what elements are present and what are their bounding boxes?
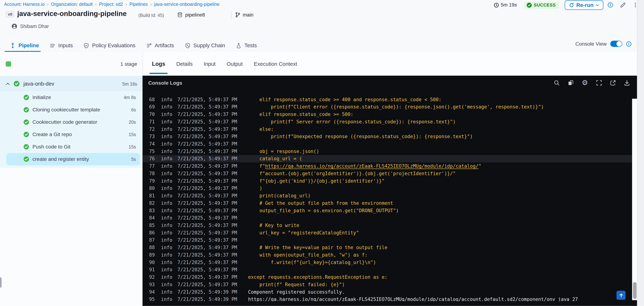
log-line: 68info7/21/2025, 5:49:37 PM elif respons… xyxy=(142,97,632,103)
chevron-up-icon[interactable] xyxy=(5,81,10,86)
log-line: 69info7/21/2025, 5:49:37 PM print(f"Clie… xyxy=(142,103,632,111)
log-scroll-area[interactable]: 68info7/21/2025, 5:49:37 PM elif respons… xyxy=(142,97,632,301)
log-level: info xyxy=(161,214,172,222)
fullscreen-icon[interactable] xyxy=(596,80,602,86)
tab-label: Inputs xyxy=(58,42,73,49)
log-line-number: 92 xyxy=(149,273,157,281)
step-row[interactable]: Push code to Git15s xyxy=(0,141,142,153)
breadcrumb-link[interactable]: Pipelines xyxy=(130,2,148,7)
panel-drag-handle[interactable] xyxy=(0,277,2,288)
log-message: url_key = "registeredCatalogEntity" xyxy=(248,229,359,236)
tab-output[interactable]: Output xyxy=(227,52,243,76)
log-line-number: 70 xyxy=(149,111,157,118)
step-list: Initialize4m 8s Cloning cookiecutter tem… xyxy=(0,91,142,168)
shield-check-icon xyxy=(84,43,89,48)
step-row[interactable]: create and register entity5s xyxy=(0,153,142,165)
log-message: https://qa.harness.io/ng/account/zEaak-F… xyxy=(248,296,578,301)
rerun-button[interactable]: Re-run xyxy=(565,0,603,10)
log-line-number: 88 xyxy=(149,244,157,251)
log-scrollbar-track[interactable] xyxy=(632,99,637,300)
log-line-number: 72 xyxy=(149,125,157,133)
build-id: (Build Id: 45) xyxy=(138,13,164,18)
info-icon[interactable] xyxy=(626,41,632,47)
log-link[interactable]: https://qa.harness.io/ng/account/zEaak-F… xyxy=(265,163,478,169)
search-icon[interactable] xyxy=(554,80,560,86)
tab-input[interactable]: Input xyxy=(204,52,216,76)
log-line-number: 86 xyxy=(149,229,157,236)
breadcrumb-link[interactable]: Organization: default xyxy=(51,2,93,7)
info-icon[interactable] xyxy=(608,2,613,8)
log-line: 87info7/21/2025, 5:49:37 PM xyxy=(142,236,632,244)
step-row[interactable]: Create a Git repo15s xyxy=(0,128,142,141)
log-timestamp: 7/21/2025, 5:49:37 PM xyxy=(178,281,239,288)
tab-inputs[interactable]: Inputs xyxy=(50,39,73,52)
log-message: print(f" Server error ({response.status_… xyxy=(248,118,456,125)
log-level: info xyxy=(161,103,172,111)
step-row[interactable]: Initialize4m 8s xyxy=(0,91,142,104)
stage-name: java-onb-dev xyxy=(24,81,54,87)
success-check-icon xyxy=(24,107,29,113)
stage-row[interactable]: java-onb-dev 5m 16s xyxy=(0,76,142,91)
edit-pencil-icon[interactable] xyxy=(620,2,626,8)
log-link[interactable]: https://qa.harness.io/ng/account/zEaak-F… xyxy=(248,296,578,301)
log-timestamp: 7/21/2025, 5:49:37 PM xyxy=(178,214,239,222)
scroll-to-top-button[interactable] xyxy=(616,291,626,300)
tab-tests[interactable]: Tests xyxy=(236,39,257,52)
log-line-number: 74 xyxy=(149,140,157,148)
log-line-number: 71 xyxy=(149,118,157,125)
breadcrumb-link[interactable]: Account: Harness.io xyxy=(4,2,45,7)
tab-details[interactable]: Details xyxy=(176,52,192,76)
stage-status-square xyxy=(6,61,11,67)
stage-summary-header: 1 stage xyxy=(0,52,142,77)
log-level: info xyxy=(161,296,172,301)
log-timestamp: 7/21/2025, 5:49:37 PM xyxy=(178,118,239,125)
branch-info[interactable]: main xyxy=(235,12,254,18)
log-message: with open(output_file_path, "w") as f: xyxy=(248,251,368,259)
log-message: elif response.status_code >= 500: xyxy=(248,111,354,118)
log-line-number: 81 xyxy=(149,192,157,199)
breadcrumb-link[interactable]: Project: sd2 xyxy=(99,2,123,7)
step-row[interactable]: Cookiecutter code generator20s xyxy=(0,116,142,128)
log-text: f" xyxy=(248,163,265,169)
stage-duration: 5m 16s xyxy=(122,81,137,86)
console-header: Console Logs ⚙ xyxy=(142,76,638,90)
step-name: create and register entity xyxy=(32,156,89,162)
log-message: obj = response.json() xyxy=(248,148,319,155)
page-scrollbar[interactable] xyxy=(637,0,644,306)
copy-icon[interactable] xyxy=(568,80,574,86)
git-branch-icon xyxy=(235,12,241,18)
repo-info[interactable]: pipeline8 xyxy=(177,12,205,18)
breadcrumb-link[interactable]: java-service-onboarding-pipeline xyxy=(154,2,220,7)
tab-artifacts[interactable]: Artifacts xyxy=(146,39,174,52)
log-level: info xyxy=(161,288,172,296)
log-timestamp: 7/21/2025, 5:49:37 PM xyxy=(178,133,239,140)
log-timestamp: 7/21/2025, 5:49:37 PM xyxy=(178,222,239,229)
branch-name: main xyxy=(243,12,254,18)
tab-logs[interactable]: Logs xyxy=(152,52,165,76)
log-scrollbar-thumb[interactable] xyxy=(633,282,636,299)
log-message: f"https://qa.harness.io/ng/account/zEaak… xyxy=(248,162,481,170)
log-message: except requests.exceptions.RequestExcept… xyxy=(248,273,388,281)
log-level: info xyxy=(161,258,172,266)
log-timestamp: 7/21/2025, 5:49:37 PM xyxy=(178,273,239,281)
tab-pipeline[interactable]: Pipeline xyxy=(10,39,39,52)
log-message: # Key to write xyxy=(248,222,299,229)
execution-actions: 5m 19s SUCCESS Re-run xyxy=(494,0,638,10)
open-in-new-icon[interactable] xyxy=(610,80,616,86)
step-row[interactable]: Cloning cookiecutter template6s xyxy=(0,104,142,116)
log-line-number: 75 xyxy=(149,148,157,155)
tab-execution-context[interactable]: Execution Context xyxy=(254,52,297,76)
settings-gear-icon[interactable]: ⚙ xyxy=(582,80,588,86)
console-log-panel: Console Logs ⚙ xyxy=(142,76,638,306)
log-timestamp: 7/21/2025, 5:49:37 PM xyxy=(178,177,239,185)
tab-policy-evaluations[interactable]: Policy Evaluations xyxy=(84,39,136,52)
log-level: info xyxy=(161,177,172,185)
step-duration: 20s xyxy=(129,120,136,124)
download-icon[interactable] xyxy=(624,80,630,86)
log-level: info xyxy=(161,140,172,148)
step-duration: 6s xyxy=(131,107,136,112)
log-line-number: 78 xyxy=(149,170,157,177)
console-view-toggle[interactable] xyxy=(610,41,622,47)
log-message: # Get the output file path from the envi… xyxy=(248,199,393,207)
tab-supply-chain[interactable]: Supply Chain xyxy=(185,39,225,52)
